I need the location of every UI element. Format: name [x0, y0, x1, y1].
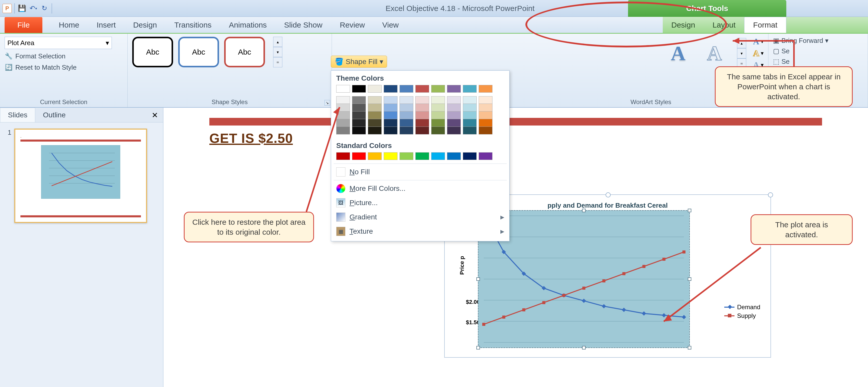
tab-animations[interactable]: Animations [220, 17, 275, 33]
selection-handle[interactable] [476, 277, 480, 281]
color-swatch[interactable] [431, 127, 445, 134]
color-swatch[interactable] [431, 152, 445, 160]
color-swatch[interactable] [431, 85, 445, 93]
tab-chart-format[interactable]: Format [744, 17, 786, 33]
color-swatch[interactable] [463, 111, 477, 119]
tab-design[interactable]: Design [124, 17, 165, 33]
color-swatch[interactable] [447, 119, 461, 127]
shape-style-sample-3[interactable]: Abc [224, 37, 265, 67]
color-swatch[interactable] [400, 104, 413, 111]
no-fill-item[interactable]: No Fill [331, 165, 509, 179]
shape-style-sample-2[interactable]: Abc [178, 37, 219, 67]
color-swatch[interactable] [415, 152, 429, 160]
panel-close-icon[interactable]: ✕ [147, 108, 163, 122]
color-swatch[interactable] [479, 96, 493, 104]
color-swatch[interactable] [336, 85, 350, 93]
color-swatch[interactable] [368, 96, 382, 104]
color-swatch[interactable] [400, 111, 413, 119]
color-swatch[interactable] [463, 119, 477, 127]
chart-element-combo[interactable]: Plot Area ▾ [5, 37, 112, 49]
format-selection-button[interactable]: 🔧 Format Selection [5, 52, 123, 60]
color-swatch[interactable] [400, 119, 413, 127]
color-swatch[interactable] [384, 111, 398, 119]
tab-view[interactable]: View [373, 17, 407, 33]
color-swatch[interactable] [463, 85, 477, 93]
color-swatch[interactable] [431, 96, 445, 104]
picture-fill-item[interactable]: 🖼 Picture... [331, 196, 509, 210]
color-swatch[interactable] [384, 127, 398, 134]
shape-fill-button[interactable]: 🪣 Shape Fill ▾ [331, 56, 387, 68]
color-swatch[interactable] [447, 96, 461, 104]
color-swatch[interactable] [368, 152, 382, 160]
tab-insert[interactable]: Insert [88, 17, 124, 33]
color-swatch[interactable] [463, 152, 477, 160]
file-tab[interactable]: File [5, 17, 42, 33]
color-swatch[interactable] [479, 152, 493, 160]
gradient-fill-item[interactable]: Gradient ▶ [331, 210, 509, 224]
color-swatch[interactable] [415, 96, 429, 104]
texture-fill-item[interactable]: ▦ Texture ▶ [331, 224, 509, 238]
selection-handle[interactable] [476, 346, 480, 350]
color-swatch[interactable] [479, 85, 493, 93]
gallery-more-icon[interactable]: ＝ [273, 57, 282, 67]
color-swatch[interactable] [415, 85, 429, 93]
color-swatch[interactable] [447, 85, 461, 93]
color-swatch[interactable] [463, 127, 477, 134]
tab-slideshow[interactable]: Slide Show [276, 17, 331, 33]
selection-handle[interactable] [688, 346, 691, 350]
color-swatch[interactable] [447, 104, 461, 111]
color-swatch[interactable] [431, 111, 445, 119]
color-swatch[interactable] [400, 96, 413, 104]
tab-chart-layout[interactable]: Layout [704, 17, 744, 33]
color-swatch[interactable] [431, 119, 445, 127]
color-swatch[interactable] [447, 127, 461, 134]
color-swatch[interactable] [415, 119, 429, 127]
color-swatch[interactable] [384, 85, 398, 93]
selection-handle[interactable] [582, 346, 586, 350]
slides-tab[interactable]: Slides [0, 108, 35, 122]
shape-style-sample-1[interactable]: Abc [132, 37, 173, 67]
tab-home[interactable]: Home [50, 17, 88, 33]
tab-transitions[interactable]: Transitions [166, 17, 220, 33]
more-fill-colors-item[interactable]: More Fill Colors... [331, 182, 509, 196]
undo-icon[interactable]: ↶ ▾ [29, 4, 38, 13]
tab-chart-design[interactable]: Design [663, 17, 704, 33]
color-swatch[interactable] [479, 104, 493, 111]
selection-handle[interactable] [688, 209, 691, 212]
color-swatch[interactable] [415, 104, 429, 111]
redo-icon[interactable]: ↻ [40, 4, 49, 13]
color-swatch[interactable] [400, 85, 413, 93]
color-swatch[interactable] [415, 127, 429, 134]
color-swatch[interactable] [415, 111, 429, 119]
color-swatch[interactable] [400, 127, 413, 134]
color-swatch[interactable] [463, 104, 477, 111]
color-swatch[interactable] [447, 152, 461, 160]
color-swatch[interactable] [368, 119, 382, 127]
color-swatch[interactable] [431, 104, 445, 111]
outline-tab[interactable]: Outline [35, 108, 73, 122]
selection-handle[interactable] [582, 209, 586, 212]
slide-thumbnail-1[interactable]: 1 [8, 129, 155, 223]
color-swatch[interactable] [368, 127, 382, 134]
color-swatch[interactable] [384, 152, 398, 160]
color-swatch[interactable] [463, 96, 477, 104]
color-swatch[interactable] [352, 85, 366, 93]
color-swatch[interactable] [368, 85, 382, 93]
reset-to-match-style-button[interactable]: 🔄 Reset to Match Style [5, 63, 123, 71]
color-swatch[interactable] [368, 111, 382, 119]
tab-review[interactable]: Review [331, 17, 373, 33]
color-swatch[interactable] [400, 152, 413, 160]
color-swatch[interactable] [384, 96, 398, 104]
wordart-sample-1[interactable]: A [661, 39, 695, 67]
color-swatch[interactable] [447, 111, 461, 119]
gallery-up-icon[interactable]: ▴ [273, 37, 282, 47]
color-swatch[interactable] [384, 119, 398, 127]
save-icon[interactable]: 💾 [18, 4, 27, 13]
color-swatch[interactable] [384, 104, 398, 111]
color-swatch[interactable] [479, 111, 493, 119]
color-swatch[interactable] [368, 104, 382, 111]
color-swatch[interactable] [479, 119, 493, 127]
gallery-down-icon[interactable]: ▾ [273, 47, 282, 57]
color-swatch[interactable] [479, 127, 493, 134]
format-selection-icon: 🔧 [5, 52, 13, 60]
